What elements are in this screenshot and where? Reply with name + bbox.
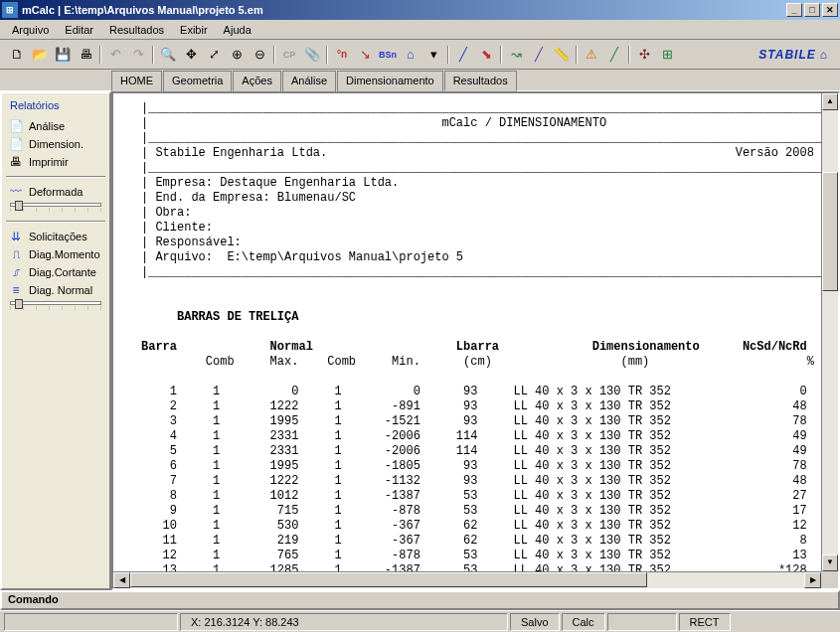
separator-icon bbox=[626, 46, 632, 64]
minimize-button[interactable]: _ bbox=[786, 3, 802, 17]
print-icon[interactable]: 🖶 bbox=[75, 44, 96, 66]
save-icon[interactable]: 💾 bbox=[52, 44, 74, 66]
sidebar-item-momento[interactable]: ⎍ Diag.Momento bbox=[4, 245, 107, 263]
tab-resultados[interactable]: Resultados bbox=[444, 71, 517, 91]
report-panel: |_______________________________________… bbox=[111, 91, 840, 590]
status-empty2 bbox=[607, 613, 677, 631]
status-calc: Calc bbox=[562, 613, 605, 631]
command-bar[interactable]: Comando bbox=[0, 590, 840, 610]
brand-icon: ⌂ bbox=[820, 48, 828, 62]
joint-icon[interactable]: ✣ bbox=[633, 44, 655, 66]
maximize-button[interactable]: □ bbox=[804, 3, 820, 17]
menu-resultados[interactable]: Resultados bbox=[101, 22, 172, 38]
sidebar-item-label: Diag.Momento bbox=[29, 248, 100, 260]
sidebar-item-label: Diag. Normal bbox=[29, 284, 92, 296]
arrow-tool-icon[interactable]: ↘ bbox=[354, 44, 376, 66]
menu-bar: Arquivo Editar Resultados Exibir Ajuda bbox=[0, 20, 840, 40]
pan-icon[interactable]: ✥ bbox=[180, 44, 202, 66]
toolbar: 🗋 📂 💾 🖶 ↶ ↷ 🔍 ✥ ⤢ ⊕ ⊖ CP 📎 °n ↘ BSn ⌂ ▾ … bbox=[0, 40, 840, 70]
menu-exibir[interactable]: Exibir bbox=[172, 22, 216, 38]
sidebar: Relatórios 📄 Análise 📄 Dimension. 🖶 Impr… bbox=[0, 91, 111, 590]
menu-editar[interactable]: Editar bbox=[57, 22, 101, 38]
printer-icon: 🖶 bbox=[8, 155, 24, 169]
sidebar-header: Relatórios bbox=[4, 95, 107, 117]
app-icon: ⊞ bbox=[2, 2, 18, 18]
tab-home[interactable]: HOME bbox=[111, 71, 162, 91]
sidebar-item-imprimir[interactable]: 🖶 Imprimir bbox=[4, 153, 107, 171]
separator bbox=[6, 221, 105, 223]
title-bar: ⊞ mCalc | E:\temp\Arquivos Manual\projet… bbox=[0, 0, 840, 20]
tab-analise[interactable]: Análise bbox=[282, 71, 336, 91]
tab-acoes[interactable]: Ações bbox=[233, 71, 281, 91]
cp-tool-icon[interactable]: CP bbox=[278, 44, 300, 66]
scroll-thumb[interactable] bbox=[822, 172, 838, 291]
scroll-left-icon[interactable]: ◀ bbox=[113, 572, 130, 588]
home-tool-icon[interactable]: ⌂ bbox=[400, 44, 421, 66]
status-cell-empty bbox=[4, 613, 178, 631]
brand-label: STABILE⌂ bbox=[758, 48, 828, 62]
deformada-slider[interactable]: |||||||| bbox=[10, 203, 101, 212]
check-tool-icon[interactable]: ╱ bbox=[603, 44, 625, 66]
scroll-right-icon[interactable]: ▶ bbox=[804, 572, 821, 588]
solicit-icon: ⇊ bbox=[8, 230, 24, 243]
tab-dimensionamento[interactable]: Dimensionamento bbox=[337, 71, 443, 91]
separator-icon bbox=[498, 46, 504, 64]
normal-icon: ≡ bbox=[8, 283, 24, 297]
menu-arquivo[interactable]: Arquivo bbox=[4, 22, 57, 38]
redo-icon[interactable]: ↷ bbox=[127, 44, 149, 66]
undo-icon[interactable]: ↶ bbox=[104, 44, 126, 66]
sidebar-item-label: Imprimir bbox=[29, 156, 69, 168]
status-salvo: Salvo bbox=[510, 613, 560, 631]
zoom-extents-icon[interactable]: ⤢ bbox=[203, 44, 225, 66]
window-title: mCalc | E:\temp\Arquivos Manual\projeto … bbox=[22, 4, 784, 16]
scroll-thumb[interactable] bbox=[130, 572, 647, 587]
line-tool-icon[interactable]: ╱ bbox=[452, 44, 474, 66]
command-label: Comando bbox=[8, 593, 59, 605]
attach-icon[interactable]: 📎 bbox=[301, 44, 323, 66]
close-button[interactable]: ✕ bbox=[822, 3, 838, 17]
curve-tool-icon[interactable]: ↝ bbox=[505, 44, 527, 66]
new-file-icon[interactable]: 🗋 bbox=[6, 44, 28, 66]
warning-icon[interactable]: ⚠ bbox=[581, 44, 602, 66]
separator-icon bbox=[150, 46, 156, 64]
tab-geometria[interactable]: Geometria bbox=[163, 71, 232, 91]
moment-icon: ⎍ bbox=[8, 247, 24, 261]
sidebar-item-label: Dimension. bbox=[29, 138, 84, 150]
sidebar-item-analise[interactable]: 📄 Análise bbox=[4, 117, 107, 135]
scroll-track[interactable] bbox=[822, 110, 838, 554]
zoom-window-icon[interactable]: 🔍 bbox=[157, 44, 179, 66]
node-tool-icon[interactable]: °n bbox=[331, 44, 353, 66]
horizontal-scrollbar[interactable]: ◀ ▶ bbox=[113, 571, 821, 588]
grid-icon[interactable]: ⊞ bbox=[656, 44, 678, 66]
menu-ajuda[interactable]: Ajuda bbox=[216, 22, 259, 38]
separator bbox=[6, 176, 105, 178]
scroll-corner bbox=[821, 571, 838, 588]
vertical-scrollbar[interactable]: ▲ ▼ bbox=[821, 93, 838, 571]
separator-icon bbox=[271, 46, 277, 64]
open-file-icon[interactable]: 📂 bbox=[29, 44, 51, 66]
axis-tool-icon[interactable]: ⬊ bbox=[475, 44, 497, 66]
sidebar-item-label: Análise bbox=[29, 120, 65, 132]
scroll-down-icon[interactable]: ▼ bbox=[822, 554, 838, 571]
zoom-out-icon[interactable]: ⊖ bbox=[249, 44, 270, 66]
zoom-in-icon[interactable]: ⊕ bbox=[226, 44, 248, 66]
sidebar-item-deformada[interactable]: 〰 Deformada bbox=[4, 183, 107, 201]
separator-icon bbox=[97, 46, 103, 64]
bsn-tool-icon[interactable]: BSn bbox=[377, 44, 399, 66]
status-bar: X: 216.3124 Y: 88.243 Salvo Calc RECT bbox=[0, 610, 840, 632]
sidebar-item-normal[interactable]: ≡ Diag. Normal bbox=[4, 281, 107, 299]
sidebar-item-label: Diag.Cortante bbox=[29, 266, 96, 278]
scroll-track[interactable] bbox=[130, 572, 804, 588]
separator-icon bbox=[445, 46, 451, 64]
sidebar-item-solicit[interactable]: ⇊ Solicitações bbox=[4, 228, 107, 245]
separator-icon bbox=[574, 46, 580, 64]
dropdown-icon[interactable]: ▾ bbox=[422, 44, 444, 66]
sidebar-item-dimension[interactable]: 📄 Dimension. bbox=[4, 135, 107, 153]
status-rect: RECT bbox=[679, 613, 731, 631]
measure-icon[interactable]: 📏 bbox=[551, 44, 573, 66]
sidebar-item-cortante[interactable]: ⎎ Diag.Cortante bbox=[4, 263, 107, 281]
separator-icon bbox=[324, 46, 330, 64]
normal-slider[interactable]: |||||||| bbox=[10, 301, 101, 310]
edit-line-icon[interactable]: ╱ bbox=[528, 44, 550, 66]
scroll-up-icon[interactable]: ▲ bbox=[822, 93, 838, 110]
